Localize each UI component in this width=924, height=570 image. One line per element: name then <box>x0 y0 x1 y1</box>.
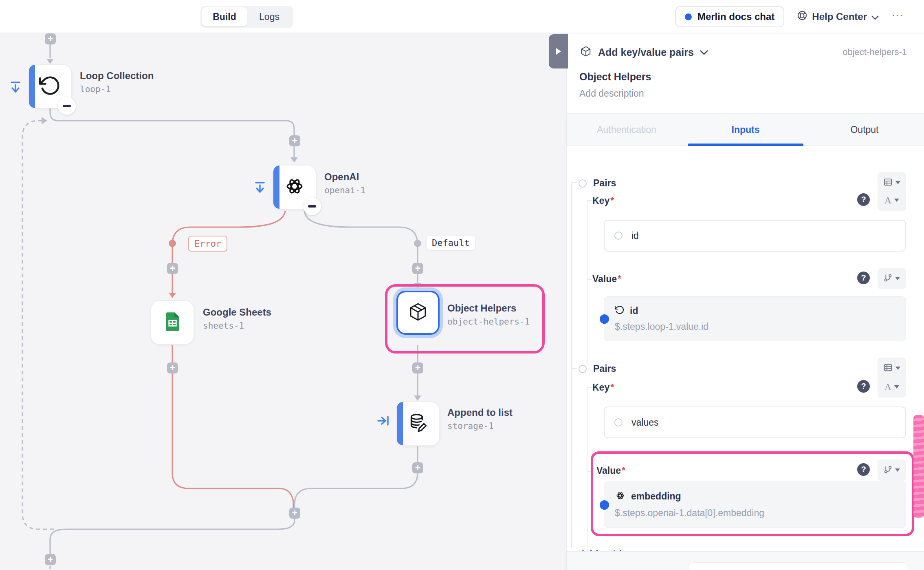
value-type-dropdown[interactable] <box>878 268 906 289</box>
panel-footer <box>567 551 924 570</box>
help-center-menu[interactable]: Help Center <box>796 10 879 24</box>
workflow-editor: Build Logs Merlin docs chat Help Center <box>0 0 924 570</box>
collapse-panel-button[interactable] <box>549 34 568 68</box>
value-type-dropdown[interactable] <box>878 460 906 481</box>
jump-to-step-icon[interactable] <box>376 414 390 429</box>
action-selector-label[interactable]: Add key/value pairs <box>598 46 694 58</box>
node-id: storage-1 <box>447 421 513 431</box>
required-asterisk: * <box>610 195 614 206</box>
caret-down-icon <box>894 199 899 202</box>
tab-build[interactable]: Build <box>202 7 247 26</box>
workflow-canvas[interactable]: + + + + + + + + + Loop Collection loop-1 <box>0 33 566 570</box>
openai-icon <box>283 175 306 200</box>
key-input[interactable]: id <box>604 220 906 252</box>
value-token-card[interactable]: id $.steps.loop-1.value.id <box>604 296 906 341</box>
radio-icon <box>614 418 623 426</box>
chevron-down-icon[interactable] <box>700 49 708 57</box>
more-menu-button[interactable]: ⋯ <box>891 9 904 24</box>
tree-tick <box>571 182 577 183</box>
pairs-group-label: Pairs <box>593 363 616 374</box>
node-title: Object Helpers <box>447 303 530 314</box>
tab-output[interactable]: Output <box>805 114 924 146</box>
add-step-button[interactable]: + <box>45 33 56 44</box>
workflow-chip-label: Merlin docs chat <box>697 11 774 22</box>
node-label: Loop Collection loop-1 <box>80 70 154 94</box>
tree-tick <box>587 279 592 280</box>
collapse-node-button[interactable] <box>303 197 321 215</box>
required-asterisk: * <box>622 465 625 476</box>
pairs-group-label: Pairs <box>593 178 616 189</box>
node-title: OpenAI <box>324 171 365 183</box>
tab-logs[interactable]: Logs <box>247 7 292 26</box>
workflow-edges <box>0 33 566 570</box>
key-value: values <box>631 417 658 428</box>
view-switcher: Build Logs <box>200 6 293 28</box>
cube-icon <box>579 45 592 60</box>
node-title: Append to list <box>447 407 513 418</box>
required-asterisk: * <box>610 382 614 393</box>
help-icon[interactable]: ? <box>857 463 870 476</box>
required-asterisk: * <box>618 274 621 284</box>
key-label: Key <box>592 382 609 393</box>
tree-line <box>587 387 587 551</box>
table-icon <box>883 363 893 374</box>
tab-inputs[interactable]: Inputs <box>686 114 805 146</box>
annotation-smudge <box>913 415 924 518</box>
collapse-node-button[interactable] <box>58 97 76 115</box>
node-accent-bar <box>29 65 35 108</box>
node-object-helpers[interactable] <box>396 291 440 335</box>
text-type-icon: A <box>884 382 891 393</box>
pairs-type-dropdown[interactable] <box>878 358 906 379</box>
radio-icon[interactable] <box>579 179 587 188</box>
node-label: Object Helpers object-helpers-1 <box>447 303 530 327</box>
add-step-button[interactable]: + <box>412 362 423 373</box>
node-google-sheets[interactable] <box>151 300 194 345</box>
node-append-to-list[interactable] <box>396 402 440 446</box>
status-dot-icon <box>685 13 692 20</box>
tree-tick <box>587 200 592 201</box>
branch-icon <box>884 274 892 284</box>
node-id: openai-1 <box>324 186 365 195</box>
step-config-panel: Add key/value pairs object-helpers-1 Obj… <box>566 33 924 570</box>
tree-line <box>571 182 572 549</box>
help-icon[interactable]: ? <box>857 272 870 284</box>
step-title[interactable]: Object Helpers <box>579 71 651 83</box>
add-step-button[interactable]: + <box>289 508 300 519</box>
tree-tick <box>571 368 577 369</box>
tab-authentication[interactable]: Authentication <box>567 114 686 146</box>
add-step-button[interactable]: + <box>412 462 423 473</box>
triangle-right-icon <box>556 48 561 55</box>
add-step-button[interactable]: + <box>412 263 423 274</box>
node-label: OpenAI openai-1 <box>324 171 365 195</box>
collapse-branch-icon[interactable] <box>9 81 22 96</box>
collapse-branch-icon[interactable] <box>253 181 266 197</box>
cube-icon <box>407 300 429 325</box>
key-input[interactable]: values <box>604 407 906 438</box>
mapped-value-dot <box>600 314 609 324</box>
key-type-dropdown[interactable]: A <box>878 190 906 211</box>
chevron-down-icon <box>871 11 879 22</box>
add-step-button[interactable]: + <box>45 554 56 565</box>
help-icon[interactable]: ? <box>857 193 870 206</box>
google-sheets-icon <box>161 310 184 335</box>
table-icon <box>883 177 893 188</box>
radio-icon[interactable] <box>579 365 587 373</box>
workflow-chip[interactable]: Merlin docs chat <box>675 6 784 27</box>
radio-icon <box>614 232 623 240</box>
add-step-button[interactable]: + <box>167 362 178 373</box>
add-to-list-link[interactable]: Add to List <box>579 548 630 551</box>
branch-icon <box>884 465 892 475</box>
add-step-button[interactable]: + <box>289 135 300 146</box>
value-label: Value <box>596 465 621 476</box>
caret-down-icon <box>894 385 899 389</box>
node-title: Loop Collection <box>80 70 154 82</box>
value-token-card[interactable]: embedding $.steps.openai-1.data[0].embed… <box>604 482 906 528</box>
storage-icon <box>406 411 430 436</box>
add-step-button[interactable]: + <box>167 263 178 274</box>
caret-down-icon <box>895 277 900 280</box>
step-description-placeholder[interactable]: Add description <box>579 88 644 99</box>
edge-label-error: Error <box>188 236 227 252</box>
top-toolbar: Build Logs Merlin docs chat Help Center <box>0 0 924 33</box>
help-icon[interactable]: ? <box>857 380 870 393</box>
key-type-dropdown[interactable]: A <box>878 376 906 398</box>
